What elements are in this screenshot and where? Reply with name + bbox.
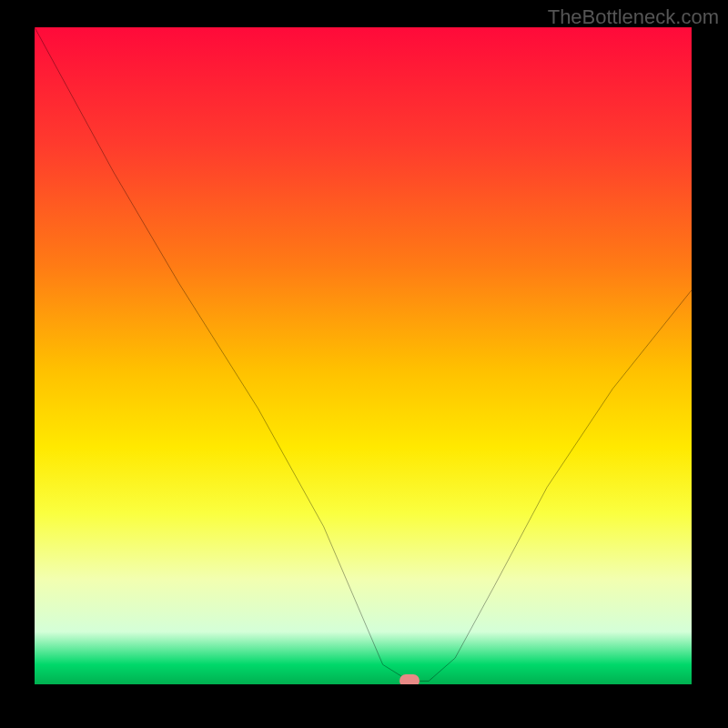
bottleneck-curve	[35, 27, 692, 684]
watermark-text: TheBottleneck.com	[548, 5, 719, 29]
chart-frame	[35, 27, 692, 684]
optimum-marker	[399, 674, 420, 684]
chart-plot-area	[35, 27, 692, 684]
